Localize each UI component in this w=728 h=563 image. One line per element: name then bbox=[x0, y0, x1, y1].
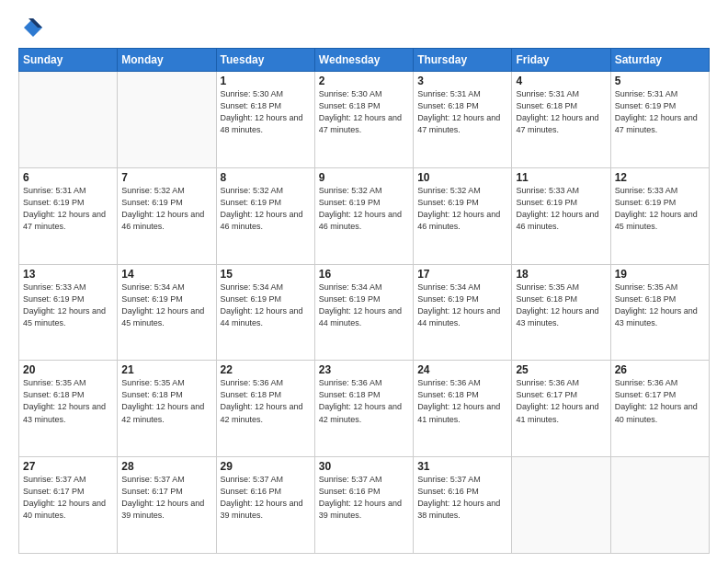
calendar-cell: 18Sunrise: 5:35 AMSunset: 6:18 PMDayligh… bbox=[512, 264, 610, 361]
calendar-header-row: SundayMondayTuesdayWednesdayThursdayFrid… bbox=[19, 49, 710, 72]
calendar-cell: 23Sunrise: 5:36 AMSunset: 6:18 PMDayligh… bbox=[314, 361, 413, 457]
calendar-cell: 27Sunrise: 5:37 AMSunset: 6:17 PMDayligh… bbox=[19, 457, 118, 554]
day-info: Sunrise: 5:30 AMSunset: 6:18 PMDaylight:… bbox=[221, 88, 311, 136]
day-info: Sunrise: 5:32 AMSunset: 6:19 PMDaylight:… bbox=[121, 185, 211, 233]
day-number: 22 bbox=[221, 363, 311, 376]
day-info: Sunrise: 5:37 AMSunset: 6:16 PMDaylight:… bbox=[417, 474, 507, 522]
day-number: 17 bbox=[417, 268, 507, 281]
calendar-week-3: 13Sunrise: 5:33 AMSunset: 6:19 PMDayligh… bbox=[19, 264, 710, 361]
calendar-cell: 11Sunrise: 5:33 AMSunset: 6:19 PMDayligh… bbox=[512, 167, 610, 264]
calendar-cell: 6Sunrise: 5:31 AMSunset: 6:19 PMDaylight… bbox=[19, 167, 118, 264]
day-number: 14 bbox=[121, 268, 211, 281]
day-number: 28 bbox=[121, 460, 211, 473]
calendar-header-wednesday: Wednesday bbox=[314, 49, 413, 72]
header bbox=[18, 15, 710, 40]
calendar-cell: 5Sunrise: 5:31 AMSunset: 6:19 PMDaylight… bbox=[610, 72, 709, 168]
day-info: Sunrise: 5:36 AMSunset: 6:18 PMDaylight:… bbox=[221, 377, 311, 425]
calendar-cell: 2Sunrise: 5:30 AMSunset: 6:18 PMDaylight… bbox=[314, 72, 413, 168]
calendar-week-5: 27Sunrise: 5:37 AMSunset: 6:17 PMDayligh… bbox=[19, 457, 710, 554]
calendar-cell: 8Sunrise: 5:32 AMSunset: 6:19 PMDaylight… bbox=[216, 167, 314, 264]
day-info: Sunrise: 5:30 AMSunset: 6:18 PMDaylight:… bbox=[319, 88, 409, 136]
day-info: Sunrise: 5:33 AMSunset: 6:19 PMDaylight:… bbox=[23, 282, 113, 329]
calendar-cell: 17Sunrise: 5:34 AMSunset: 6:19 PMDayligh… bbox=[414, 264, 512, 361]
day-info: Sunrise: 5:36 AMSunset: 6:18 PMDaylight:… bbox=[417, 377, 507, 425]
calendar-cell: 25Sunrise: 5:36 AMSunset: 6:17 PMDayligh… bbox=[512, 361, 610, 457]
day-number: 16 bbox=[319, 268, 409, 281]
day-info: Sunrise: 5:36 AMSunset: 6:17 PMDaylight:… bbox=[516, 377, 606, 425]
calendar-cell: 12Sunrise: 5:33 AMSunset: 6:19 PMDayligh… bbox=[610, 167, 709, 264]
day-number: 10 bbox=[417, 171, 507, 184]
calendar-cell: 24Sunrise: 5:36 AMSunset: 6:18 PMDayligh… bbox=[414, 361, 512, 457]
day-number: 5 bbox=[615, 75, 705, 87]
calendar-cell: 13Sunrise: 5:33 AMSunset: 6:19 PMDayligh… bbox=[19, 264, 118, 361]
day-info: Sunrise: 5:31 AMSunset: 6:19 PMDaylight:… bbox=[23, 185, 113, 233]
day-info: Sunrise: 5:35 AMSunset: 6:18 PMDaylight:… bbox=[121, 377, 211, 425]
day-number: 1 bbox=[221, 75, 311, 87]
day-number: 8 bbox=[221, 171, 311, 184]
day-number: 13 bbox=[23, 268, 113, 281]
day-number: 24 bbox=[417, 363, 507, 376]
day-number: 12 bbox=[615, 171, 705, 184]
day-info: Sunrise: 5:34 AMSunset: 6:19 PMDaylight:… bbox=[121, 282, 211, 329]
day-number: 27 bbox=[23, 460, 113, 473]
calendar-week-2: 6Sunrise: 5:31 AMSunset: 6:19 PMDaylight… bbox=[19, 167, 710, 264]
day-info: Sunrise: 5:32 AMSunset: 6:19 PMDaylight:… bbox=[417, 185, 507, 233]
calendar-cell: 29Sunrise: 5:37 AMSunset: 6:16 PMDayligh… bbox=[216, 457, 314, 554]
calendar-header-monday: Monday bbox=[118, 49, 216, 72]
day-number: 26 bbox=[615, 363, 705, 376]
logo bbox=[18, 15, 46, 40]
day-info: Sunrise: 5:37 AMSunset: 6:17 PMDaylight:… bbox=[121, 474, 211, 522]
calendar-header-saturday: Saturday bbox=[610, 49, 709, 72]
calendar-header-thursday: Thursday bbox=[414, 49, 512, 72]
calendar-cell: 31Sunrise: 5:37 AMSunset: 6:16 PMDayligh… bbox=[414, 457, 512, 554]
day-info: Sunrise: 5:31 AMSunset: 6:18 PMDaylight:… bbox=[516, 88, 606, 136]
calendar-cell: 16Sunrise: 5:34 AMSunset: 6:19 PMDayligh… bbox=[314, 264, 413, 361]
day-info: Sunrise: 5:35 AMSunset: 6:18 PMDaylight:… bbox=[516, 282, 606, 329]
day-number: 15 bbox=[221, 268, 311, 281]
day-info: Sunrise: 5:37 AMSunset: 6:17 PMDaylight:… bbox=[23, 474, 113, 522]
day-number: 25 bbox=[516, 363, 606, 376]
calendar-cell: 28Sunrise: 5:37 AMSunset: 6:17 PMDayligh… bbox=[118, 457, 216, 554]
day-info: Sunrise: 5:31 AMSunset: 6:18 PMDaylight:… bbox=[417, 88, 507, 136]
day-info: Sunrise: 5:31 AMSunset: 6:19 PMDaylight:… bbox=[615, 88, 705, 136]
calendar-cell: 15Sunrise: 5:34 AMSunset: 6:19 PMDayligh… bbox=[216, 264, 314, 361]
day-info: Sunrise: 5:34 AMSunset: 6:19 PMDaylight:… bbox=[319, 282, 409, 329]
day-number: 21 bbox=[121, 363, 211, 376]
calendar-cell bbox=[610, 457, 709, 554]
day-info: Sunrise: 5:33 AMSunset: 6:19 PMDaylight:… bbox=[516, 185, 606, 233]
calendar-header-tuesday: Tuesday bbox=[216, 49, 314, 72]
day-info: Sunrise: 5:33 AMSunset: 6:19 PMDaylight:… bbox=[615, 185, 705, 233]
calendar-week-4: 20Sunrise: 5:35 AMSunset: 6:18 PMDayligh… bbox=[19, 361, 710, 457]
day-info: Sunrise: 5:36 AMSunset: 6:17 PMDaylight:… bbox=[615, 377, 705, 425]
calendar-cell: 26Sunrise: 5:36 AMSunset: 6:17 PMDayligh… bbox=[610, 361, 709, 457]
calendar-cell: 14Sunrise: 5:34 AMSunset: 6:19 PMDayligh… bbox=[118, 264, 216, 361]
day-info: Sunrise: 5:34 AMSunset: 6:19 PMDaylight:… bbox=[221, 282, 311, 329]
calendar-cell: 9Sunrise: 5:32 AMSunset: 6:19 PMDaylight… bbox=[314, 167, 413, 264]
day-info: Sunrise: 5:35 AMSunset: 6:18 PMDaylight:… bbox=[23, 377, 113, 425]
day-number: 29 bbox=[221, 460, 311, 473]
day-info: Sunrise: 5:36 AMSunset: 6:18 PMDaylight:… bbox=[319, 377, 409, 425]
day-info: Sunrise: 5:37 AMSunset: 6:16 PMDaylight:… bbox=[319, 474, 409, 522]
calendar-cell: 10Sunrise: 5:32 AMSunset: 6:19 PMDayligh… bbox=[414, 167, 512, 264]
day-number: 19 bbox=[615, 268, 705, 281]
day-info: Sunrise: 5:32 AMSunset: 6:19 PMDaylight:… bbox=[319, 185, 409, 233]
calendar-cell: 19Sunrise: 5:35 AMSunset: 6:18 PMDayligh… bbox=[610, 264, 709, 361]
day-number: 23 bbox=[319, 363, 409, 376]
calendar-cell: 1Sunrise: 5:30 AMSunset: 6:18 PMDaylight… bbox=[216, 72, 314, 168]
day-number: 30 bbox=[319, 460, 409, 473]
day-number: 31 bbox=[417, 460, 507, 473]
calendar-header-sunday: Sunday bbox=[19, 49, 118, 72]
day-info: Sunrise: 5:32 AMSunset: 6:19 PMDaylight:… bbox=[221, 185, 311, 233]
day-number: 7 bbox=[121, 171, 211, 184]
day-number: 4 bbox=[516, 75, 606, 87]
calendar-header-friday: Friday bbox=[512, 49, 610, 72]
logo-icon bbox=[18, 15, 44, 40]
calendar-cell: 4Sunrise: 5:31 AMSunset: 6:18 PMDaylight… bbox=[512, 72, 610, 168]
calendar-cell bbox=[19, 72, 118, 168]
calendar: SundayMondayTuesdayWednesdayThursdayFrid… bbox=[18, 48, 710, 554]
calendar-cell: 22Sunrise: 5:36 AMSunset: 6:18 PMDayligh… bbox=[216, 361, 314, 457]
calendar-cell: 20Sunrise: 5:35 AMSunset: 6:18 PMDayligh… bbox=[19, 361, 118, 457]
calendar-cell: 30Sunrise: 5:37 AMSunset: 6:16 PMDayligh… bbox=[314, 457, 413, 554]
calendar-cell bbox=[512, 457, 610, 554]
day-number: 20 bbox=[23, 363, 113, 376]
